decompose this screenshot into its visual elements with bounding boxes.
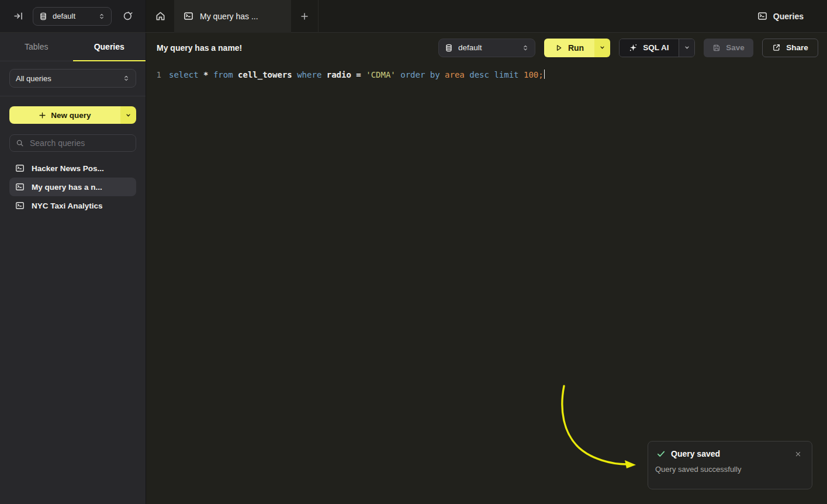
main-panel: My query has a name! default: [146, 33, 827, 504]
run-button-main[interactable]: Run: [544, 39, 594, 57]
play-icon: [555, 44, 563, 52]
sidebar-filter-section: All queries: [0, 61, 146, 96]
sidebar-tab-tables[interactable]: Tables: [0, 33, 73, 61]
check-icon: [656, 449, 666, 458]
refresh-icon: [123, 11, 133, 21]
query-title: My query has a name!: [157, 43, 242, 53]
terminal-icon: [15, 182, 25, 192]
terminal-icon: [757, 11, 767, 21]
sql-editor[interactable]: 1 select * from cell_towers where radio …: [146, 62, 827, 504]
save-button[interactable]: Save: [704, 39, 753, 57]
toast-close-button[interactable]: [795, 451, 801, 457]
refresh-button[interactable]: [117, 6, 137, 26]
search-icon: [16, 139, 24, 147]
sidebar: Tables Queries All queries: [0, 33, 146, 504]
database-selector-value: default: [53, 12, 93, 20]
new-query-dropdown[interactable]: [120, 106, 136, 124]
toast-message: Query saved successfully: [655, 465, 805, 474]
search-input[interactable]: [29, 138, 130, 148]
chevron-down-icon: [599, 44, 605, 51]
home-button[interactable]: [146, 0, 174, 33]
query-list-item-selected[interactable]: My query has a n...: [9, 178, 136, 196]
query-list: Hacker News Pos... My query has a n...: [9, 159, 136, 215]
new-query-button[interactable]: New query: [9, 106, 136, 124]
query-list-item[interactable]: NYC Taxi Analytics: [9, 196, 136, 215]
sparkle-icon: [629, 43, 638, 52]
query-list-item-label: My query has a n...: [32, 183, 102, 192]
terminal-icon: [184, 11, 193, 21]
new-tab-button[interactable]: [291, 0, 319, 33]
run-database-selector[interactable]: default: [438, 39, 535, 57]
chevron-updown-icon: [98, 13, 105, 20]
new-query-label: New query: [51, 111, 91, 120]
queries-panel-text: Queries: [773, 12, 804, 21]
toast-header: Query saved: [656, 449, 805, 458]
toast-query-saved: Query saved Query saved successfully: [648, 441, 812, 489]
text-cursor: [544, 69, 545, 79]
query-filter-value: All queries: [16, 74, 117, 83]
plus-icon: [39, 112, 46, 119]
sidebar-tab-queries[interactable]: Queries: [73, 33, 146, 61]
chevron-updown-icon: [522, 44, 529, 51]
code-line[interactable]: 1 select * from cell_towers where radio …: [146, 69, 827, 81]
save-icon: [712, 44, 721, 52]
query-filter-select[interactable]: All queries: [9, 69, 136, 88]
toolbar-actions: default Run: [438, 39, 818, 57]
queries-panel-label: Queries: [757, 11, 827, 21]
sql-ai-label: SQL AI: [643, 43, 669, 52]
topbar-sidebar-section: default: [0, 0, 146, 32]
tab-my-query[interactable]: My query has ...: [174, 0, 291, 33]
share-label: Share: [786, 43, 808, 52]
query-list-item-label: Hacker News Pos...: [32, 164, 104, 173]
line-number: 1: [146, 69, 161, 81]
home-icon: [155, 11, 166, 22]
sql-ai-dropdown[interactable]: [679, 39, 694, 57]
database-selector[interactable]: default: [33, 7, 112, 26]
chevron-down-icon: [125, 112, 132, 119]
sql-ai-main[interactable]: SQL AI: [620, 39, 679, 57]
plus-icon: [300, 12, 309, 21]
collapse-sidebar-button[interactable]: [8, 6, 28, 26]
run-dropdown[interactable]: [594, 39, 610, 57]
run-label: Run: [568, 43, 584, 53]
tab-label: My query has ...: [200, 12, 258, 21]
sql-code[interactable]: select * from cell_towers where radio = …: [169, 70, 544, 79]
query-toolbar: My query has a name! default: [146, 33, 827, 62]
sql-ai-button[interactable]: SQL AI: [619, 39, 695, 57]
run-database-value: default: [458, 43, 517, 52]
sidebar-body: New query: [0, 96, 146, 225]
topbar: default: [0, 0, 827, 33]
new-query-main[interactable]: New query: [9, 106, 120, 124]
chevron-down-icon: [684, 44, 690, 51]
topbar-tabs-section: My query has ... Queries: [146, 0, 827, 32]
query-search[interactable]: [9, 134, 136, 152]
query-list-item[interactable]: Hacker News Pos...: [9, 159, 136, 178]
database-icon: [445, 44, 453, 52]
query-list-item-label: NYC Taxi Analytics: [32, 201, 103, 210]
share-icon: [772, 43, 781, 52]
collapse-sidebar-icon: [13, 11, 23, 21]
share-button[interactable]: Share: [762, 39, 818, 57]
run-button[interactable]: Run: [544, 39, 610, 57]
sidebar-tabs: Tables Queries: [0, 33, 146, 61]
toast-title: Query saved: [671, 449, 790, 458]
chevron-updown-icon: [123, 75, 130, 82]
database-icon: [39, 12, 47, 20]
save-label: Save: [726, 43, 745, 52]
terminal-icon: [15, 164, 25, 173]
terminal-icon: [15, 201, 25, 210]
